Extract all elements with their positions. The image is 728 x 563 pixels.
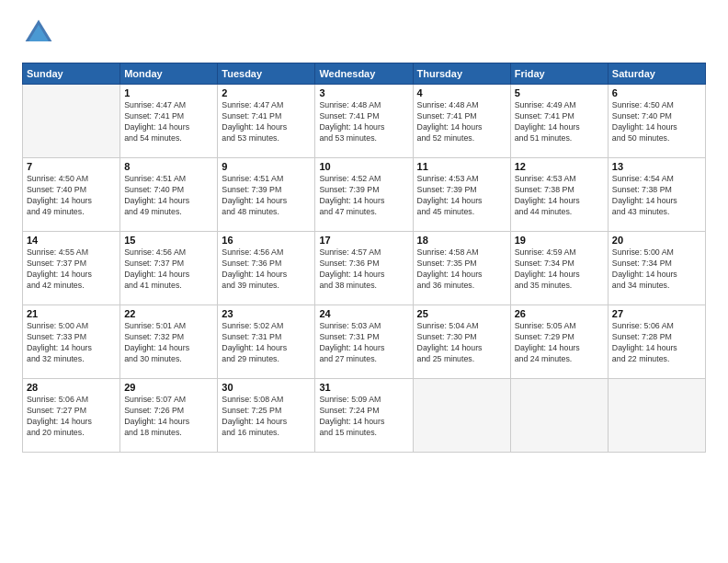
col-header-sunday: Sunday [23,63,120,85]
day-number: 23 [222,308,311,319]
day-number: 6 [612,87,701,98]
day-number: 29 [124,382,213,393]
day-number: 4 [417,87,506,98]
cell-info: Sunrise: 4:48 AMSunset: 7:41 PMDaylight:… [417,100,506,144]
cell-info: Sunrise: 5:06 AMSunset: 7:28 PMDaylight:… [612,321,701,365]
day-number: 21 [27,308,116,319]
calendar-cell: 26Sunrise: 5:05 AMSunset: 7:29 PMDayligh… [510,305,608,379]
cell-info: Sunrise: 4:56 AMSunset: 7:37 PMDaylight:… [124,247,213,292]
logo [22,17,59,50]
cell-info: Sunrise: 4:58 AMSunset: 7:35 PMDaylight:… [417,247,506,292]
cell-info: Sunrise: 5:01 AMSunset: 7:32 PMDaylight:… [124,321,213,365]
day-number: 16 [222,235,311,246]
week-row-1: 1Sunrise: 4:47 AMSunset: 7:41 PMDaylight… [23,85,706,158]
col-header-thursday: Thursday [413,63,510,85]
calendar-cell: 2Sunrise: 4:47 AMSunset: 7:41 PMDaylight… [218,85,315,158]
cell-info: Sunrise: 5:05 AMSunset: 7:29 PMDaylight:… [515,321,604,365]
week-row-3: 14Sunrise: 4:55 AMSunset: 7:37 PMDayligh… [23,232,706,305]
calendar-cell: 6Sunrise: 4:50 AMSunset: 7:40 PMDaylight… [608,85,705,158]
day-number: 26 [515,308,604,319]
cell-info: Sunrise: 4:55 AMSunset: 7:37 PMDaylight:… [27,247,116,292]
calendar-cell: 30Sunrise: 5:08 AMSunset: 7:25 PMDayligh… [218,379,315,453]
calendar-cell: 16Sunrise: 4:56 AMSunset: 7:36 PMDayligh… [218,232,315,305]
day-number: 7 [27,161,116,172]
day-number: 17 [319,235,408,246]
calendar-cell: 20Sunrise: 5:00 AMSunset: 7:34 PMDayligh… [608,232,705,305]
calendar-cell: 22Sunrise: 5:01 AMSunset: 7:32 PMDayligh… [120,305,218,379]
calendar-cell: 14Sunrise: 4:55 AMSunset: 7:37 PMDayligh… [23,232,120,305]
day-number: 27 [612,308,701,319]
day-number: 10 [319,161,408,172]
cell-info: Sunrise: 4:49 AMSunset: 7:41 PMDaylight:… [515,100,604,144]
calendar-cell: 29Sunrise: 5:07 AMSunset: 7:26 PMDayligh… [120,379,218,453]
day-number: 5 [515,87,604,98]
calendar-cell: 17Sunrise: 4:57 AMSunset: 7:36 PMDayligh… [315,232,413,305]
day-number: 25 [417,308,506,319]
calendar-cell: 10Sunrise: 4:52 AMSunset: 7:39 PMDayligh… [315,158,413,232]
cell-info: Sunrise: 5:04 AMSunset: 7:30 PMDaylight:… [417,321,506,365]
cell-info: Sunrise: 4:53 AMSunset: 7:39 PMDaylight:… [417,174,506,218]
cell-info: Sunrise: 5:03 AMSunset: 7:31 PMDaylight:… [319,321,408,365]
col-header-friday: Friday [510,63,608,85]
col-header-tuesday: Tuesday [218,63,315,85]
day-number: 9 [222,161,311,172]
day-number: 14 [27,235,116,246]
day-number: 8 [124,161,213,172]
day-number: 12 [515,161,604,172]
cell-info: Sunrise: 4:56 AMSunset: 7:36 PMDaylight:… [222,247,311,292]
cell-info: Sunrise: 5:08 AMSunset: 7:25 PMDaylight:… [222,395,311,439]
col-header-saturday: Saturday [608,63,705,85]
header-row: SundayMondayTuesdayWednesdayThursdayFrid… [23,63,706,85]
calendar-cell: 3Sunrise: 4:48 AMSunset: 7:41 PMDaylight… [315,85,413,158]
cell-info: Sunrise: 5:06 AMSunset: 7:27 PMDaylight:… [27,395,116,439]
day-number: 24 [319,308,408,319]
calendar-cell [23,85,120,158]
calendar-cell: 5Sunrise: 4:49 AMSunset: 7:41 PMDaylight… [510,85,608,158]
calendar-cell: 25Sunrise: 5:04 AMSunset: 7:30 PMDayligh… [413,305,510,379]
calendar-cell: 19Sunrise: 4:59 AMSunset: 7:34 PMDayligh… [510,232,608,305]
calendar-cell [510,379,608,453]
cell-info: Sunrise: 4:50 AMSunset: 7:40 PMDaylight:… [612,100,701,144]
calendar-cell [413,379,510,453]
cell-info: Sunrise: 4:48 AMSunset: 7:41 PMDaylight:… [319,100,408,144]
day-number: 13 [612,161,701,172]
calendar-table: SundayMondayTuesdayWednesdayThursdayFrid… [22,63,706,453]
header [22,17,706,50]
day-number: 30 [222,382,311,393]
week-row-5: 28Sunrise: 5:06 AMSunset: 7:27 PMDayligh… [23,379,706,453]
cell-info: Sunrise: 5:09 AMSunset: 7:24 PMDaylight:… [319,395,408,439]
page-container: SundayMondayTuesdayWednesdayThursdayFrid… [0,0,728,464]
calendar-cell: 31Sunrise: 5:09 AMSunset: 7:24 PMDayligh… [315,379,413,453]
calendar-cell: 12Sunrise: 4:53 AMSunset: 7:38 PMDayligh… [510,158,608,232]
cell-info: Sunrise: 4:51 AMSunset: 7:40 PMDaylight:… [124,174,213,218]
day-number: 2 [222,87,311,98]
week-row-2: 7Sunrise: 4:50 AMSunset: 7:40 PMDaylight… [23,158,706,232]
cell-info: Sunrise: 5:00 AMSunset: 7:33 PMDaylight:… [27,321,116,365]
day-number: 18 [417,235,506,246]
calendar-cell: 7Sunrise: 4:50 AMSunset: 7:40 PMDaylight… [23,158,120,232]
calendar-cell: 23Sunrise: 5:02 AMSunset: 7:31 PMDayligh… [218,305,315,379]
col-header-monday: Monday [120,63,218,85]
cell-info: Sunrise: 4:52 AMSunset: 7:39 PMDaylight:… [319,174,408,218]
calendar-cell [608,379,705,453]
calendar-cell: 8Sunrise: 4:51 AMSunset: 7:40 PMDaylight… [120,158,218,232]
calendar-cell: 9Sunrise: 4:51 AMSunset: 7:39 PMDaylight… [218,158,315,232]
cell-info: Sunrise: 4:59 AMSunset: 7:34 PMDaylight:… [515,247,604,292]
day-number: 11 [417,161,506,172]
calendar-cell: 27Sunrise: 5:06 AMSunset: 7:28 PMDayligh… [608,305,705,379]
cell-info: Sunrise: 4:47 AMSunset: 7:41 PMDaylight:… [222,100,311,144]
day-number: 31 [319,382,408,393]
calendar-cell: 1Sunrise: 4:47 AMSunset: 7:41 PMDaylight… [120,85,218,158]
cell-info: Sunrise: 4:51 AMSunset: 7:39 PMDaylight:… [222,174,311,218]
cell-info: Sunrise: 4:54 AMSunset: 7:38 PMDaylight:… [612,174,701,218]
calendar-cell: 11Sunrise: 4:53 AMSunset: 7:39 PMDayligh… [413,158,510,232]
day-number: 19 [515,235,604,246]
calendar-cell: 28Sunrise: 5:06 AMSunset: 7:27 PMDayligh… [23,379,120,453]
day-number: 22 [124,308,213,319]
day-number: 15 [124,235,213,246]
calendar-cell: 13Sunrise: 4:54 AMSunset: 7:38 PMDayligh… [608,158,705,232]
cell-info: Sunrise: 4:50 AMSunset: 7:40 PMDaylight:… [27,174,116,218]
calendar-cell: 15Sunrise: 4:56 AMSunset: 7:37 PMDayligh… [120,232,218,305]
day-number: 3 [319,87,408,98]
calendar-cell: 18Sunrise: 4:58 AMSunset: 7:35 PMDayligh… [413,232,510,305]
